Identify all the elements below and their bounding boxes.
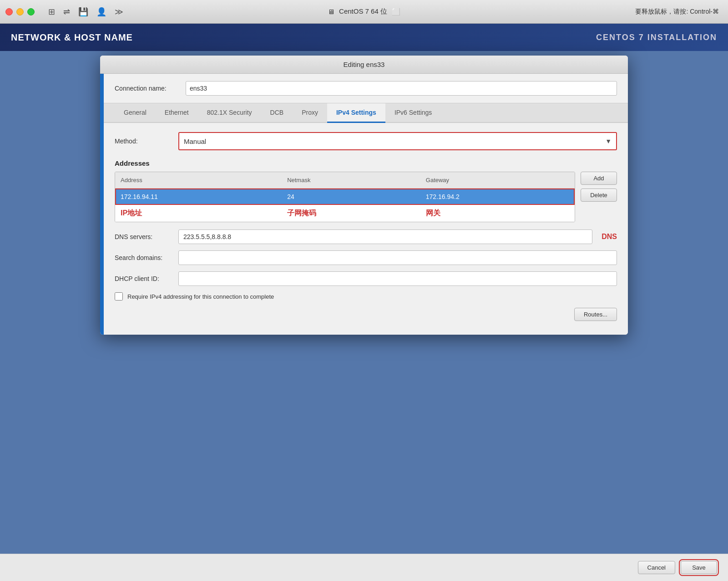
app-header: NETWORK & HOST NAME CENTOS 7 INSTALLATIO… <box>0 24 728 51</box>
address-buttons: Add Delete <box>581 172 617 222</box>
search-domains-row: Search domains: <box>115 250 617 265</box>
method-label: Method: <box>115 138 178 145</box>
col-gateway: Gateway <box>420 172 575 189</box>
dialog: Editing ens33 Connection name: General E… <box>100 56 628 335</box>
search-domains-input[interactable] <box>178 250 617 265</box>
routes-button[interactable]: Routes... <box>574 308 617 321</box>
dhcp-label: DHCP client ID: <box>115 275 178 282</box>
dns-row: DNS servers: DNS <box>115 229 617 244</box>
routes-area: Routes... <box>115 308 617 326</box>
checkbox-row: Require IPv4 addressing for this connect… <box>115 292 617 301</box>
delete-button[interactable]: Delete <box>581 189 617 202</box>
method-select[interactable]: Manual Automatic (DHCP) <box>179 133 616 149</box>
dhcp-input[interactable] <box>178 271 617 286</box>
app-title: CENTOS 7 INSTALLATION <box>596 33 717 42</box>
cell-netmask: 24 <box>282 189 420 205</box>
user-icon[interactable]: 👤 <box>96 7 106 17</box>
minimize-button[interactable] <box>16 8 24 15</box>
search-domains-label: Search domains: <box>115 254 178 261</box>
dialog-content: Connection name: General Ethernet 802.1X… <box>104 74 628 335</box>
save-button[interactable]: Save <box>681 561 717 574</box>
title-bar-center: 🖥 CentOS 7 64 位 ⬜ <box>328 7 400 16</box>
connection-name-label: Connection name: <box>115 85 178 92</box>
vm-title: CentOS 7 64 位 <box>339 7 387 16</box>
method-row: Method: Manual Automatic (DHCP) ▼ <box>115 132 617 150</box>
annotation-row: IP地址 子网掩码 网关 <box>115 205 575 222</box>
tab-general[interactable]: General <box>115 103 156 123</box>
dhcp-row: DHCP client ID: <box>115 271 617 286</box>
table-row[interactable]: 172.16.94.11 24 172.16.94.2 <box>115 189 575 205</box>
dialog-body: Method: Manual Automatic (DHCP) ▼ Addres… <box>104 123 628 335</box>
dialog-inner: Connection name: General Ethernet 802.1X… <box>100 74 628 335</box>
dialog-title-bar: Editing ens33 <box>100 56 628 74</box>
toolbar-icons: ⊞ ⇌ 💾 👤 ≫ <box>48 7 123 17</box>
tab-8021x[interactable]: 802.1X Security <box>198 103 261 123</box>
cell-address: 172.16.94.11 <box>115 189 282 205</box>
address-table: Address Netmask Gateway 172.16.94.11 24 <box>115 172 575 222</box>
blue-strip <box>100 74 104 335</box>
maximize-button[interactable] <box>27 8 35 15</box>
connection-name-input[interactable] <box>186 81 617 96</box>
col-netmask: Netmask <box>282 172 420 189</box>
tab-proxy[interactable]: Proxy <box>293 103 327 123</box>
vm-icon: 🖥 <box>328 8 334 15</box>
dns-annotation: DNS <box>602 233 617 241</box>
tab-ipv4[interactable]: IPv4 Settings <box>327 103 385 123</box>
save-icon[interactable]: 💾 <box>78 7 88 17</box>
dns-label: DNS servers: <box>115 233 178 240</box>
screen-icon: ⬜ <box>392 8 400 16</box>
addresses-title: Addresses <box>115 159 617 167</box>
tabs-bar: General Ethernet 802.1X Security DCB Pro… <box>104 103 628 123</box>
title-bar: ⊞ ⇌ 💾 👤 ≫ 🖥 CentOS 7 64 位 ⬜ 要释放鼠标，请按: Co… <box>0 0 728 24</box>
require-ipv4-label: Require IPv4 addressing for this connect… <box>127 293 274 300</box>
tab-ipv6[interactable]: IPv6 Settings <box>385 103 441 123</box>
footer-area: Cancel Save <box>0 554 728 581</box>
table-header-row: Address Netmask Gateway <box>115 172 575 189</box>
tab-dcb[interactable]: DCB <box>261 103 293 123</box>
addresses-table: Address Netmask Gateway 172.16.94.11 24 <box>115 172 575 222</box>
grid-icon[interactable]: ⊞ <box>48 7 55 17</box>
add-button[interactable]: Add <box>581 172 617 185</box>
page-title: NETWORK & HOST NAME <box>11 32 133 43</box>
method-select-wrapper: Manual Automatic (DHCP) ▼ <box>178 132 617 150</box>
annotation-netmask: 子网掩码 <box>282 205 420 222</box>
cell-gateway: 172.16.94.2 <box>420 189 575 205</box>
connection-name-row: Connection name: <box>104 74 628 103</box>
main-area: Editing ens33 Connection name: General E… <box>0 51 728 554</box>
cancel-button[interactable]: Cancel <box>638 561 675 574</box>
annotation-address: IP地址 <box>115 205 282 222</box>
release-mouse-hint: 要释放鼠标，请按: Control-⌘ <box>635 8 719 16</box>
close-button[interactable] <box>5 8 13 15</box>
network-icon[interactable]: ⇌ <box>63 7 70 17</box>
title-bar-right: 要释放鼠标，请按: Control-⌘ <box>635 8 719 16</box>
more-icon[interactable]: ≫ <box>115 7 123 17</box>
dialog-title: Editing ens33 <box>344 61 385 68</box>
col-address: Address <box>115 172 282 189</box>
require-ipv4-checkbox[interactable] <box>115 292 123 301</box>
annotation-gateway: 网关 <box>420 205 575 222</box>
tab-ethernet[interactable]: Ethernet <box>156 103 198 123</box>
window-controls <box>5 8 35 15</box>
addresses-area: Address Netmask Gateway 172.16.94.11 24 <box>115 172 617 222</box>
dns-input[interactable] <box>178 229 592 244</box>
